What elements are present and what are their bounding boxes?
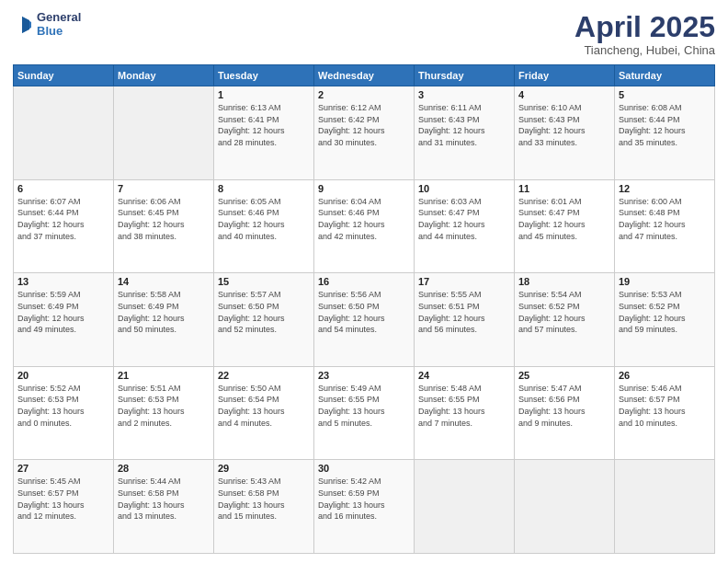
calendar-cell: 25Sunrise: 5:47 AM Sunset: 6:56 PM Dayli… [515,366,615,460]
header: General Blue April 2025 Tiancheng, Hubei… [13,11,715,57]
weekday-header-sunday: Sunday [14,65,114,86]
calendar-cell: 13Sunrise: 5:59 AM Sunset: 6:49 PM Dayli… [14,273,114,367]
calendar-cell: 8Sunrise: 6:05 AM Sunset: 6:46 PM Daylig… [214,179,314,273]
calendar-table: SundayMondayTuesdayWednesdayThursdayFrid… [13,64,715,554]
day-info: Sunrise: 6:06 AM Sunset: 6:45 PM Dayligh… [118,196,210,242]
calendar-cell: 5Sunrise: 6:08 AM Sunset: 6:44 PM Daylig… [615,86,715,180]
day-info: Sunrise: 5:57 AM Sunset: 6:50 PM Dayligh… [218,289,310,335]
calendar-cell: 20Sunrise: 5:52 AM Sunset: 6:53 PM Dayli… [14,366,114,460]
day-info: Sunrise: 6:00 AM Sunset: 6:48 PM Dayligh… [619,196,711,242]
day-number: 3 [418,89,510,100]
weekday-header-saturday: Saturday [615,65,715,86]
day-number: 1 [218,89,310,100]
day-info: Sunrise: 5:45 AM Sunset: 6:57 PM Dayligh… [17,476,109,522]
day-info: Sunrise: 5:49 AM Sunset: 6:55 PM Dayligh… [318,383,410,429]
calendar-cell: 17Sunrise: 5:55 AM Sunset: 6:51 PM Dayli… [415,273,515,367]
day-info: Sunrise: 6:03 AM Sunset: 6:47 PM Dayligh… [418,196,510,242]
day-number: 14 [118,276,210,287]
day-info: Sunrise: 6:11 AM Sunset: 6:43 PM Dayligh… [418,102,510,148]
day-number: 12 [619,183,711,194]
day-number: 20 [17,370,109,381]
day-number: 26 [619,370,711,381]
day-number: 5 [619,89,711,100]
calendar-cell: 14Sunrise: 5:58 AM Sunset: 6:49 PM Dayli… [114,273,214,367]
calendar-cell [615,460,715,554]
svg-marker-1 [22,17,29,33]
day-info: Sunrise: 5:42 AM Sunset: 6:59 PM Dayligh… [318,476,410,522]
day-info: Sunrise: 6:01 AM Sunset: 6:47 PM Dayligh… [518,196,610,242]
day-number: 11 [518,183,610,194]
day-number: 21 [118,370,210,381]
calendar-body: 1Sunrise: 6:13 AM Sunset: 6:41 PM Daylig… [14,86,715,554]
weekday-header-row: SundayMondayTuesdayWednesdayThursdayFrid… [14,65,715,86]
day-info: Sunrise: 5:53 AM Sunset: 6:52 PM Dayligh… [619,289,711,335]
day-info: Sunrise: 6:13 AM Sunset: 6:41 PM Dayligh… [218,102,310,148]
calendar-cell: 9Sunrise: 6:04 AM Sunset: 6:46 PM Daylig… [314,179,415,273]
day-info: Sunrise: 6:12 AM Sunset: 6:42 PM Dayligh… [318,102,410,148]
calendar-week-3: 13Sunrise: 5:59 AM Sunset: 6:49 PM Dayli… [14,273,715,367]
day-number: 27 [17,463,109,474]
logo-shape [13,15,33,35]
day-number: 8 [218,183,310,194]
day-info: Sunrise: 5:52 AM Sunset: 6:53 PM Dayligh… [17,383,109,429]
day-info: Sunrise: 5:55 AM Sunset: 6:51 PM Dayligh… [418,289,510,335]
calendar-cell: 21Sunrise: 5:51 AM Sunset: 6:53 PM Dayli… [114,366,214,460]
day-number: 13 [17,276,109,287]
calendar-cell: 4Sunrise: 6:10 AM Sunset: 6:43 PM Daylig… [515,86,615,180]
calendar-week-5: 27Sunrise: 5:45 AM Sunset: 6:57 PM Dayli… [14,460,715,554]
day-info: Sunrise: 5:46 AM Sunset: 6:57 PM Dayligh… [619,383,711,429]
calendar-cell: 1Sunrise: 6:13 AM Sunset: 6:41 PM Daylig… [214,86,314,180]
day-number: 22 [218,370,310,381]
day-info: Sunrise: 5:47 AM Sunset: 6:56 PM Dayligh… [518,383,610,429]
month-title: April 2025 [574,11,715,43]
day-info: Sunrise: 5:51 AM Sunset: 6:53 PM Dayligh… [118,383,210,429]
calendar-header: SundayMondayTuesdayWednesdayThursdayFrid… [14,65,715,86]
day-info: Sunrise: 6:08 AM Sunset: 6:44 PM Dayligh… [619,102,711,148]
calendar-week-2: 6Sunrise: 6:07 AM Sunset: 6:44 PM Daylig… [14,179,715,273]
calendar-cell: 19Sunrise: 5:53 AM Sunset: 6:52 PM Dayli… [615,273,715,367]
day-info: Sunrise: 6:10 AM Sunset: 6:43 PM Dayligh… [518,102,610,148]
day-info: Sunrise: 5:59 AM Sunset: 6:49 PM Dayligh… [17,289,109,335]
day-info: Sunrise: 5:50 AM Sunset: 6:54 PM Dayligh… [218,383,310,429]
calendar-cell: 2Sunrise: 6:12 AM Sunset: 6:42 PM Daylig… [314,86,415,180]
calendar-cell: 16Sunrise: 5:56 AM Sunset: 6:50 PM Dayli… [314,273,415,367]
day-number: 15 [218,276,310,287]
calendar-cell: 26Sunrise: 5:46 AM Sunset: 6:57 PM Dayli… [615,366,715,460]
day-number: 30 [318,463,410,474]
calendar-cell: 11Sunrise: 6:01 AM Sunset: 6:47 PM Dayli… [515,179,615,273]
calendar-cell: 6Sunrise: 6:07 AM Sunset: 6:44 PM Daylig… [14,179,114,273]
day-info: Sunrise: 5:48 AM Sunset: 6:55 PM Dayligh… [418,383,510,429]
day-number: 6 [17,183,109,194]
day-info: Sunrise: 5:56 AM Sunset: 6:50 PM Dayligh… [318,289,410,335]
calendar-week-4: 20Sunrise: 5:52 AM Sunset: 6:53 PM Dayli… [14,366,715,460]
calendar-cell [415,460,515,554]
calendar-cell [14,86,114,180]
day-number: 16 [318,276,410,287]
day-number: 18 [518,276,610,287]
calendar-cell: 29Sunrise: 5:43 AM Sunset: 6:58 PM Dayli… [214,460,314,554]
calendar-cell: 7Sunrise: 6:06 AM Sunset: 6:45 PM Daylig… [114,179,214,273]
logo-text-general: General [37,11,81,25]
logo: General Blue [13,11,81,39]
day-number: 19 [619,276,711,287]
weekday-header-tuesday: Tuesday [214,65,314,86]
calendar-cell: 3Sunrise: 6:11 AM Sunset: 6:43 PM Daylig… [415,86,515,180]
day-info: Sunrise: 5:58 AM Sunset: 6:49 PM Dayligh… [118,289,210,335]
day-info: Sunrise: 6:05 AM Sunset: 6:46 PM Dayligh… [218,196,310,242]
day-number: 29 [218,463,310,474]
logo-text-blue: Blue [37,25,81,39]
day-number: 17 [418,276,510,287]
day-number: 9 [318,183,410,194]
day-number: 23 [318,370,410,381]
calendar-cell: 22Sunrise: 5:50 AM Sunset: 6:54 PM Dayli… [214,366,314,460]
location: Tiancheng, Hubei, China [574,43,715,57]
calendar-cell: 15Sunrise: 5:57 AM Sunset: 6:50 PM Dayli… [214,273,314,367]
calendar-cell [515,460,615,554]
title-block: April 2025 Tiancheng, Hubei, China [574,11,715,57]
calendar-cell: 10Sunrise: 6:03 AM Sunset: 6:47 PM Dayli… [415,179,515,273]
weekday-header-thursday: Thursday [415,65,515,86]
day-number: 25 [518,370,610,381]
weekday-header-friday: Friday [515,65,615,86]
calendar-cell: 18Sunrise: 5:54 AM Sunset: 6:52 PM Dayli… [515,273,615,367]
calendar-cell: 24Sunrise: 5:48 AM Sunset: 6:55 PM Dayli… [415,366,515,460]
